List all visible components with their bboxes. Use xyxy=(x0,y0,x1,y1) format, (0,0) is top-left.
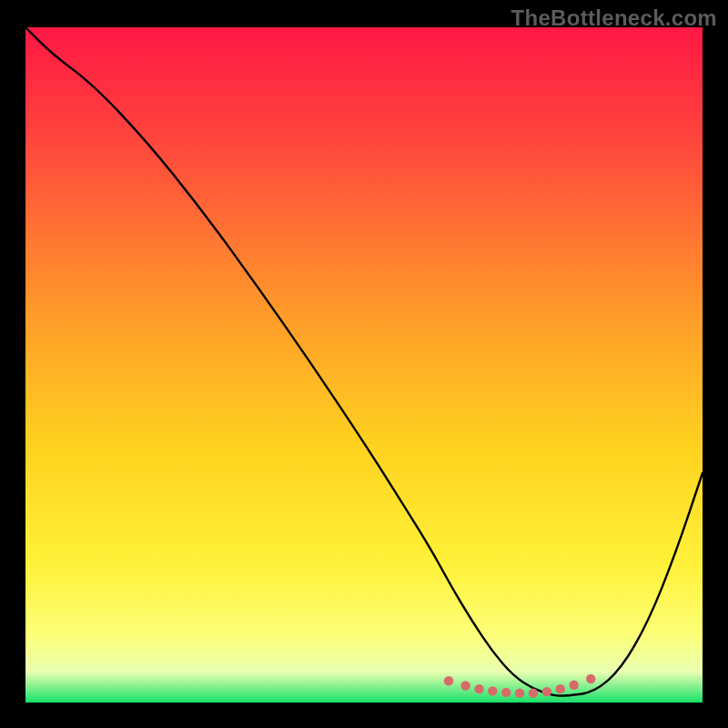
optimal-marker xyxy=(586,674,595,683)
optimal-marker xyxy=(488,686,497,695)
optimal-marker xyxy=(460,681,470,690)
optimal-marker xyxy=(529,688,538,697)
plot-area xyxy=(25,27,703,703)
optimal-marker xyxy=(569,681,578,690)
optimal-marker xyxy=(474,684,483,693)
gradient-background xyxy=(25,27,703,703)
optimal-marker xyxy=(501,688,511,697)
optimal-marker xyxy=(542,687,551,696)
optimal-marker xyxy=(556,684,565,693)
bottleneck-chart xyxy=(25,27,703,703)
watermark-text: TheBottleneck.com xyxy=(511,5,717,31)
optimal-marker xyxy=(444,676,453,685)
optimal-marker xyxy=(515,688,524,697)
chart-frame: TheBottleneck.com xyxy=(0,0,728,728)
